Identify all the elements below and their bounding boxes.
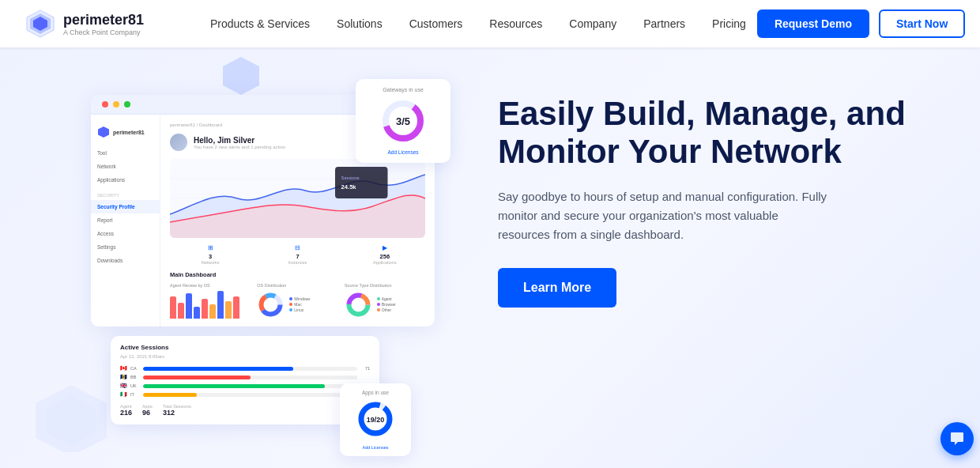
sidebar-logo-icon — [97, 126, 110, 138]
logo[interactable]: perimeter81 A Check Point Company — [25, 9, 168, 39]
gateways-add-licenses[interactable]: Add Licenses — [364, 149, 443, 155]
flag-it: 🇮🇹 — [120, 391, 127, 398]
stat-apps: Apps: 96 — [142, 404, 153, 417]
learn-more-button[interactable]: Learn More — [498, 268, 616, 308]
window-dot-green — [124, 101, 130, 108]
apps-card: Apps in use 19/20 Add Licenses — [340, 383, 411, 456]
hero-headline: Easily Build, Manage, and Monitor Your N… — [498, 95, 940, 172]
gateways-card: Gateways in use 3/5 Add Licenses — [356, 79, 450, 163]
navbar: perimeter81 A Check Point Company Produc… — [0, 0, 980, 47]
session-bar-uk: 🇬🇧 UK — [120, 383, 370, 389]
hero-subtext: Say goodbye to hours of setup and manual… — [498, 187, 830, 244]
sidebar-item-network[interactable]: Network — [91, 160, 160, 173]
chat-icon — [949, 431, 965, 447]
hero-section: perimeter81 Tool Network Applications SE… — [0, 47, 980, 468]
nav-customers[interactable]: Customers — [398, 13, 474, 35]
stats-row: ⊞ 3 Networks ⊟ 7 Instances ▶ 256 App — [170, 244, 425, 265]
gateways-donut-svg: 3/5 — [379, 97, 427, 145]
greeting: Hello, Jim Silver — [194, 136, 285, 145]
bar-chart-widget: Agent Review by OS — [170, 283, 251, 319]
donut-chart-1: OS Distribution Windows — [257, 283, 337, 319]
sidebar-item-tool[interactable]: Tool — [91, 146, 160, 160]
brand-tagline: A Check Point Company — [63, 28, 144, 36]
stat-applications: ▶ 256 Applications — [345, 244, 425, 265]
request-demo-button[interactable]: Request Demo — [757, 9, 869, 38]
nav-pricing[interactable]: Pricing — [701, 13, 757, 35]
svg-text:3/5: 3/5 — [396, 115, 410, 127]
support-bubble[interactable] — [940, 422, 974, 455]
apps-add-licenses[interactable]: Add Licenses — [346, 445, 405, 450]
nav-partners[interactable]: Partners — [632, 13, 696, 35]
sessions-stats: Agent: 216 Apps: 96 Total Sessions: 312 — [120, 404, 370, 417]
svg-text:Sessions: Sessions — [341, 176, 360, 180]
svg-text:19/20: 19/20 — [367, 416, 385, 424]
flag-uk: 🇬🇧 — [120, 383, 127, 389]
donut-chart-2-svg — [345, 291, 372, 319]
session-bar-bb: 🇧🇧 BB — [120, 374, 370, 380]
stat-agent: Agent: 216 — [120, 404, 133, 417]
nav-products-services[interactable]: Products & Services — [199, 13, 321, 35]
nav-links: Products & Services Solutions Customers … — [199, 13, 757, 35]
stat-instances: ⊟ 7 Instances — [257, 244, 337, 265]
main-dashboard-title: Main Dashboard — [170, 271, 425, 278]
sidebar-item-downloads[interactable]: Downloads — [91, 254, 160, 267]
gateways-title: Gateways in use — [364, 87, 443, 92]
donut-chart-2-title: Source Type Distribution — [345, 283, 425, 288]
area-chart: Sessions 24.5k — [170, 159, 425, 238]
greeting-sub: You have 2 new alerts and 1 pending acti… — [194, 145, 285, 149]
sessions-date: Apr 12, 2021 8:09am — [120, 354, 370, 359]
bar-chart-bars — [170, 291, 251, 319]
hero-text-area: Easily Build, Manage, and Monitor Your N… — [474, 47, 980, 339]
nav-solutions[interactable]: Solutions — [326, 13, 394, 35]
bottom-charts: Agent Review by OS — [170, 283, 425, 319]
bar-chart-title: Agent Review by OS — [170, 283, 251, 288]
sidebar-item-access[interactable]: Access — [91, 227, 160, 240]
logo-icon — [25, 9, 55, 39]
window-dot-yellow — [113, 101, 119, 108]
start-now-button[interactable]: Start Now — [879, 9, 965, 38]
brand-name: perimeter81 — [63, 12, 144, 28]
stat-total-sessions: Total Sessions: 312 — [163, 404, 192, 417]
nav-resources[interactable]: Resources — [478, 13, 553, 35]
dashboard-mockup: perimeter81 Tool Network Applications SE… — [0, 47, 474, 468]
sidebar-item-report[interactable]: Report — [91, 213, 160, 227]
area-chart-svg: Sessions 24.5k — [170, 159, 425, 238]
card-sidebar: perimeter81 Tool Network Applications SE… — [91, 115, 160, 326]
donut-chart-2: Source Type Distribution Agent — [345, 283, 425, 319]
sidebar-item-settings[interactable]: Settings — [91, 240, 160, 254]
nav-company[interactable]: Company — [558, 13, 628, 35]
svg-marker-6 — [98, 126, 109, 138]
flag-bb: 🇧🇧 — [120, 374, 127, 380]
apps-donut-svg: 19/20 — [356, 399, 395, 439]
nav-actions: Request Demo Start Now — [757, 9, 965, 38]
sessions-bars: 🇨🇦 CA 71 🇧🇧 BB 🇬🇧 UK — [120, 365, 370, 398]
stat-networks: ⊞ 3 Networks — [170, 244, 251, 265]
flag-ca: 🇨🇦 — [120, 365, 127, 372]
sidebar-item-applications[interactable]: Applications — [91, 173, 160, 187]
session-bar-it: 🇮🇹 IT 14 — [120, 391, 370, 398]
svg-text:24.5k: 24.5k — [341, 183, 357, 191]
apps-title: Apps in use — [346, 390, 405, 395]
sidebar-item-security-profile[interactable]: Security Profile — [91, 200, 160, 213]
decorative-shape-top — [221, 55, 261, 95]
session-bar-ca: 🇨🇦 CA 71 — [120, 365, 370, 372]
sessions-card: Active Sessions Apr 12, 2021 8:09am 🇨🇦 C… — [111, 336, 379, 425]
window-dot-red — [102, 101, 108, 108]
donut-chart-1-svg — [257, 291, 285, 319]
donut-chart-1-title: OS Distribution — [257, 283, 337, 288]
decorative-shape-bottom-left — [32, 381, 111, 452]
sessions-title: Active Sessions — [120, 344, 370, 351]
gateways-donut: 3/5 — [364, 97, 443, 145]
user-avatar — [170, 134, 187, 151]
